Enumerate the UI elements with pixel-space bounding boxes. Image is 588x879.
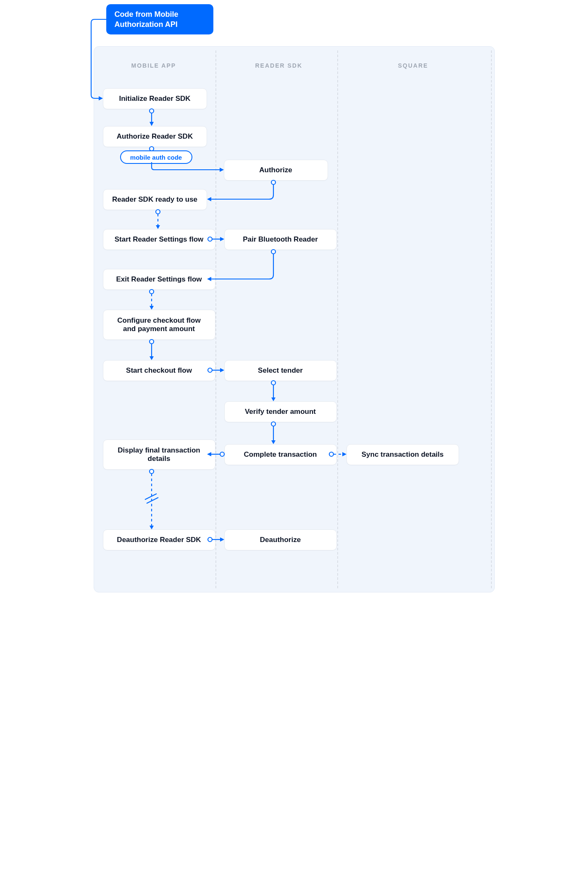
node-ready: Reader SDK ready to use bbox=[103, 189, 207, 210]
node-deauthorize: Deauthorize Reader SDK bbox=[103, 529, 215, 550]
col-head-reader-sdk: READER SDK bbox=[255, 62, 303, 69]
node-exit-settings: Exit Reader Settings flow bbox=[103, 269, 215, 290]
col-head-square: SQUARE bbox=[398, 62, 428, 69]
node-start-settings: Start Reader Settings flow bbox=[103, 229, 215, 250]
node-display-final: Display final transaction details bbox=[103, 440, 215, 470]
col-sep-3 bbox=[491, 50, 492, 588]
node-sdk-authorize: Authorize bbox=[224, 160, 328, 181]
node-pair-reader: Pair Bluetooth Reader bbox=[224, 229, 337, 250]
node-init: Initialize Reader SDK bbox=[103, 88, 207, 109]
node-start: Code from Mobile Authorization API bbox=[106, 4, 213, 34]
node-complete-txn: Complete transaction bbox=[224, 444, 337, 465]
node-authorize: Authorize Reader SDK bbox=[103, 126, 207, 147]
node-start-checkout: Start checkout flow bbox=[103, 360, 215, 381]
col-head-mobile-app: MOBILE APP bbox=[131, 62, 176, 69]
node-configure: Configure checkout flow and payment amou… bbox=[103, 310, 215, 340]
node-sdk-deauthorize: Deauthorize bbox=[224, 529, 337, 550]
node-sync-txn: Sync transaction details bbox=[346, 444, 459, 465]
pill-mobile-auth-code: mobile auth code bbox=[120, 150, 192, 164]
col-sep-2 bbox=[337, 50, 338, 588]
node-select-tender: Select tender bbox=[224, 360, 337, 381]
node-verify-tender: Verify tender amount bbox=[224, 401, 337, 422]
col-sep-1 bbox=[215, 50, 216, 588]
flow-diagram: MOBILE APP READER SDK SQUARE Code from M… bbox=[89, 0, 499, 597]
